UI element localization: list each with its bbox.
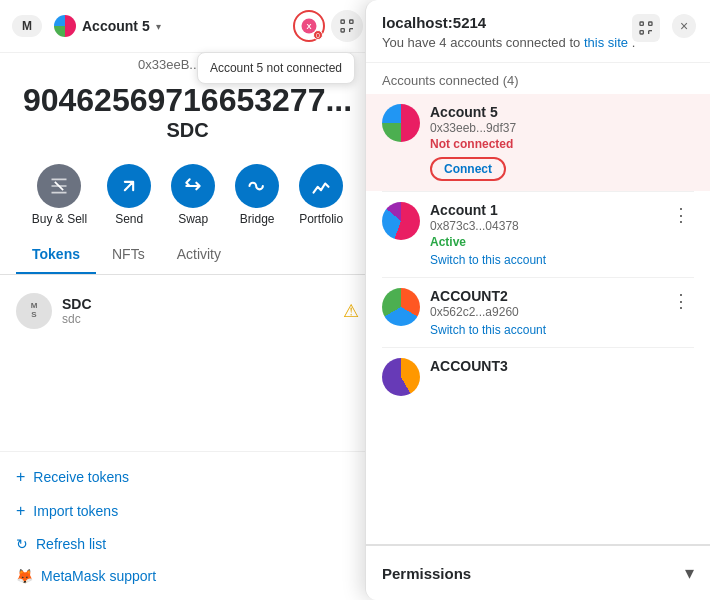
site-connection-popup: × localhost:5214 You have 4 accounts con… [365,0,710,600]
swap-label: Swap [178,212,208,226]
account-name: ACCOUNT3 [430,358,694,374]
send-label: Send [115,212,143,226]
wallet-header: M Account 5 ▾ X 0 [0,0,375,53]
not-connected-tooltip: Account 5 not connected [197,52,355,84]
network-badge[interactable]: M [12,15,42,37]
metamask-support-label: MetaMask support [41,568,156,584]
accounts-scroll: Account 5 0x33eeb...9df37 Not connected … [366,94,710,544]
scan-icon [339,18,355,34]
bridge-icon [235,164,279,208]
active-status: Active [430,235,658,249]
connection-status-button[interactable]: X 0 [293,10,325,42]
account-address: 0x33eeb...9df37 [430,121,694,135]
buy-sell-button[interactable]: Buy & Sell [32,164,87,226]
avatar [382,202,420,240]
close-button[interactable]: × [672,14,696,38]
token-avatar: MS [16,293,52,329]
import-tokens-link[interactable]: + Import tokens [16,494,359,528]
account-menu-button[interactable]: ⋮ [668,288,694,314]
not-connected-status: Not connected [430,137,694,151]
bottom-links: + Receive tokens + Import tokens ↻ Refre… [0,451,375,600]
svg-rect-9 [640,22,643,25]
portfolio-button[interactable]: Portfolio [299,164,343,226]
account-menu-button[interactable]: ⋮ [668,202,694,228]
refresh-icon: ↻ [16,536,28,552]
account-address: 0x873c3...04378 [430,219,658,233]
switch-account-link[interactable]: Switch to this account [430,323,658,337]
list-item: Account 5 0x33eeb...9df37 Not connected … [366,94,710,191]
tab-activity[interactable]: Activity [161,236,237,274]
import-tokens-label: Import tokens [33,503,118,519]
svg-rect-2 [341,20,344,23]
list-item: Account 1 0x873c3...04378 Active Switch … [366,192,710,277]
avatar [382,358,420,396]
list-item: ACCOUNT2 0x562c2...a9260 Switch to this … [366,278,710,347]
swap-button[interactable]: Swap [171,164,215,226]
bridge-button[interactable]: Bridge [235,164,279,226]
plus-icon-import: + [16,502,25,520]
wallet-currency: SDC [0,119,375,154]
svg-rect-3 [350,20,353,23]
metamask-support-link[interactable]: 🦊 MetaMask support [16,560,359,592]
scan-button[interactable] [331,10,363,42]
connect-button[interactable]: Connect [430,157,506,181]
table-row[interactable]: MS SDC sdc ⚠ [0,283,375,339]
expand-icon[interactable] [632,14,660,42]
token-info: SDC sdc [62,296,333,326]
wallet-panel: M Account 5 ▾ X 0 [0,0,375,600]
this-site-link[interactable]: this site [584,35,628,50]
account-details: Account 5 0x33eeb...9df37 Not connected … [430,104,694,181]
plus-icon-receive: + [16,468,25,486]
chevron-down-icon: ▾ [156,21,161,32]
svg-text:X: X [306,22,311,31]
bridge-label: Bridge [240,212,275,226]
account-details: ACCOUNT2 0x562c2...a9260 Switch to this … [430,288,658,337]
account-name: ACCOUNT2 [430,288,658,304]
refresh-list-link[interactable]: ↻ Refresh list [16,528,359,560]
account-avatar-small [54,15,76,37]
portfolio-icon [299,164,343,208]
account-selector[interactable]: Account 5 ▾ [54,15,161,37]
account-details: ACCOUNT3 [430,358,694,374]
avatar [382,104,420,142]
support-icon: 🦊 [16,568,33,584]
tab-bar: Tokens NFTs Activity [0,236,375,275]
account-name: Account 5 [430,104,694,120]
svg-rect-4 [341,29,344,32]
portfolio-label: Portfolio [299,212,343,226]
swap-icon [171,164,215,208]
refresh-list-label: Refresh list [36,536,106,552]
popup-header: × localhost:5214 You have 4 accounts con… [366,0,710,63]
account-name: Account 1 [430,202,658,218]
token-symbol: SDC [62,296,333,312]
account-details: Account 1 0x873c3...04378 Active Switch … [430,202,658,267]
receive-tokens-link[interactable]: + Receive tokens [16,460,359,494]
action-buttons: Buy & Sell Send Swap Bridge Portfolio [0,154,375,236]
not-connected-badge: 0 [313,30,323,40]
account-address: 0x562c2...a9260 [430,305,658,319]
svg-rect-11 [640,31,643,34]
tab-nfts[interactable]: NFTs [96,236,161,274]
tab-tokens[interactable]: Tokens [16,236,96,274]
permissions-footer[interactable]: Permissions ▾ [366,544,710,600]
receive-tokens-label: Receive tokens [33,469,129,485]
svg-rect-10 [649,22,652,25]
buy-sell-label: Buy & Sell [32,212,87,226]
avatar [382,288,420,326]
network-letter: M [22,19,32,33]
chevron-down-icon: ▾ [685,562,694,584]
send-icon [107,164,151,208]
token-name: sdc [62,312,333,326]
list-item: ACCOUNT3 [366,348,710,406]
permissions-label: Permissions [382,565,471,582]
buy-sell-icon [37,164,81,208]
switch-account-link[interactable]: Switch to this account [430,253,658,267]
token-list: MS SDC sdc ⚠ [0,275,375,451]
warning-icon: ⚠ [343,300,359,322]
account-name-header: Account 5 [82,18,150,34]
send-button[interactable]: Send [107,164,151,226]
accounts-section-title: Accounts connected (4) [366,63,710,94]
header-icons: X 0 [293,10,363,42]
